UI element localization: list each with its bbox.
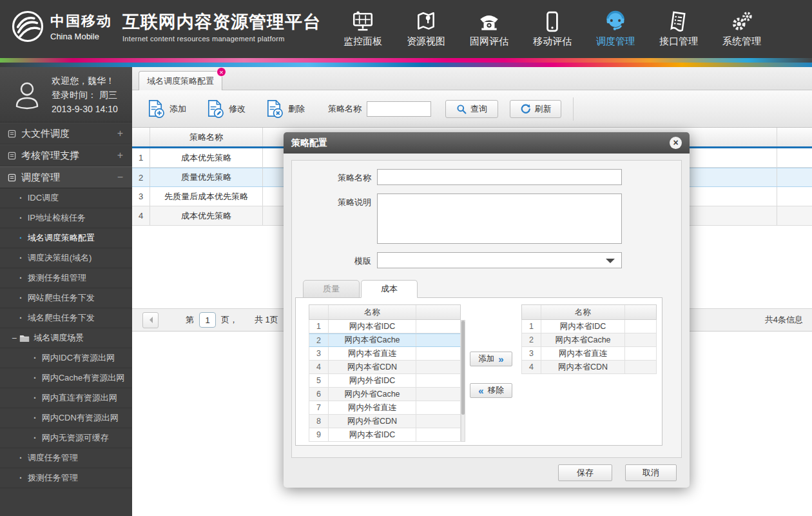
doc-icon [8, 130, 16, 138]
list-item[interactable]: 6网内外省Cache [309, 388, 461, 401]
sidebar-item-label: 拨测任务管理 [28, 472, 78, 484]
list-item[interactable]: 3网内本省直连 [521, 347, 657, 361]
sidebar-item-cdn-resource-out[interactable]: · 网内CDN有资源出网 [0, 408, 132, 428]
tab-cost[interactable]: 成本 [361, 280, 418, 298]
sidebar-item-decision-group[interactable]: · 调度决策组(域名) [0, 248, 132, 268]
row-number-cell: 1 [522, 320, 541, 333]
policy-name-cell: 成本优先策略 [150, 206, 263, 225]
collapse-icon[interactable]: − [117, 172, 123, 183]
tab-quality[interactable]: 质量 [303, 280, 360, 298]
list-item[interactable]: 5网内外省IDC [309, 374, 461, 388]
sidebar-folder-domain-scenes[interactable]: − 域名调度场景 [0, 328, 132, 348]
refresh-button[interactable]: 刷新 [510, 100, 561, 118]
list-item[interactable]: 1网内本省IDC [521, 320, 657, 333]
modify-button[interactable]: 修改 [206, 99, 246, 119]
list-item[interactable]: 9网内本省IDC [309, 428, 461, 442]
selected-resources-table: 名称 1网内本省IDC 2网内本省Cache 3网内本省直连 4网内本省CDN [521, 304, 657, 374]
add-button[interactable]: 添加 [146, 99, 186, 119]
dialog-title: 策略配置 [291, 137, 670, 149]
sidebar-item-ip-check[interactable]: · IP地址检核任务 [0, 208, 132, 228]
top-navigation: 监控面板 资源视图 固网评估 移动评估 [331, 5, 773, 48]
policy-name-cell: 成本优先策略 [150, 148, 263, 167]
policy-desc-field[interactable] [377, 194, 622, 244]
remove-from-selected-button[interactable]: « 移除 [470, 383, 512, 398]
collapse-icon[interactable]: − [12, 333, 17, 343]
sidebar-item-idc-dispatch[interactable]: · IDC调度 [0, 188, 132, 208]
dual-list-container: 名称 1网内本省IDC 2网内本省Cache 3网内本省直连 4网内本省CDN … [295, 297, 662, 446]
sidebar-group-dispatch[interactable]: 调度管理 − [0, 166, 132, 188]
sidebar-item-domain-crawler[interactable]: · 域名爬虫任务下发 [0, 308, 132, 328]
search-button[interactable]: 查询 [445, 100, 498, 118]
current-page-box[interactable]: 1 [199, 312, 216, 328]
template-field-label: 模版 [292, 252, 377, 268]
user-welcome: 欢迎您，魏华！ [52, 74, 118, 88]
doc-icon [8, 174, 16, 182]
nav-item-fixed-network[interactable]: 固网评估 [458, 5, 521, 48]
sidebar-item-dial-test-group[interactable]: · 拨测任务组管理 [0, 268, 132, 288]
add-to-selected-button[interactable]: 添加 » [470, 352, 512, 366]
sidebar-group-big-file[interactable]: 大文件调度 + [0, 123, 132, 144]
nav-label: 接口管理 [659, 35, 698, 48]
list-item-selected[interactable]: 2网内本省Cache [309, 333, 461, 347]
policy-name-input[interactable] [367, 101, 431, 117]
dialog-body: 策略名称 策略说明 模版 质量 成本 名称 [284, 154, 690, 488]
sidebar-item-label: 调度决策组(域名) [28, 252, 92, 264]
name-cell: 网内本省Cache [329, 334, 416, 346]
list-item[interactable]: 2网内本省Cache [521, 333, 657, 347]
list-item[interactable]: 4网内本省CDN [309, 361, 461, 374]
sidebar-group-assessment[interactable]: 考核管理支撑 + [0, 144, 132, 166]
name-cell: 网内本省CDN [329, 361, 416, 373]
sidebar-item-dispatch-task[interactable]: · 调度任务管理 [0, 448, 132, 468]
tab-close-icon[interactable]: × [217, 67, 226, 77]
sidebar-item-site-crawler[interactable]: · 网站爬虫任务下发 [0, 288, 132, 308]
name-cell: 网内本省CDN [541, 361, 625, 373]
policy-name-cell: 质量优先策略 [150, 168, 263, 186]
nav-item-interface-management[interactable]: 接口管理 [647, 5, 710, 48]
dialog-title-bar: 策略配置 × [284, 132, 690, 154]
empty-cell [777, 148, 812, 167]
nav-item-dispatch-management[interactable]: 调度管理 [584, 5, 647, 48]
delete-button[interactable]: 删除 [265, 99, 305, 119]
expand-icon[interactable]: + [117, 128, 123, 139]
row-number-cell: 2 [522, 333, 541, 346]
scrollbar-thumb[interactable] [461, 321, 465, 415]
list-item[interactable]: 4网内本省CDN [521, 361, 657, 374]
template-select[interactable] [377, 252, 622, 268]
list-item[interactable]: 1网内本省IDC [309, 320, 461, 333]
scrollbar-track[interactable] [461, 320, 465, 442]
login-time-label: 登录时间： 周三 [52, 88, 118, 102]
empty-cell [416, 361, 460, 373]
dialog-close-icon[interactable]: × [670, 137, 682, 149]
sidebar-item-label: 域名调度场景 [34, 332, 84, 344]
nav-item-resource-view[interactable]: 资源视图 [394, 5, 458, 48]
policy-name-field[interactable] [377, 169, 622, 185]
sidebar-item-dial-test-task[interactable]: · 拨测任务管理 [0, 468, 132, 488]
table-header-row: 名称 [309, 304, 461, 320]
nav-item-mobile-eval[interactable]: 移动评估 [521, 5, 584, 48]
nav-item-system-management[interactable]: 系统管理 [710, 5, 773, 48]
row-number-cell: 4 [522, 361, 541, 373]
sidebar-item-direct-resource-out[interactable]: · 网内直连有资源出网 [0, 388, 132, 408]
row-number-cell: 7 [309, 401, 329, 414]
sidebar-item-domain-policy-config[interactable]: · 域名调度策略配置 [0, 228, 132, 248]
bullet-icon: · [19, 453, 23, 463]
page-indicator: 第 1 页， 共 1页 [186, 312, 278, 328]
sidebar-item-idc-resource-out[interactable]: · 网内IDC有资源出网 [0, 348, 132, 368]
refresh-button-label: 刷新 [535, 103, 552, 115]
list-item[interactable]: 8网内外省CDN [309, 415, 461, 428]
row-number-cell: 9 [309, 428, 329, 441]
sidebar-item-label: 域名调度策略配置 [28, 232, 95, 244]
nav-item-monitor[interactable]: 监控面板 [331, 5, 394, 48]
cancel-button[interactable]: 取消 [625, 464, 677, 481]
list-item[interactable]: 3网内本省直连 [309, 347, 461, 361]
row-number-cell: 3 [522, 347, 541, 360]
list-item[interactable]: 7网内外省直连 [309, 401, 461, 415]
sidebar-item-no-resource-cacheable[interactable]: · 网内无资源可缓存 [0, 428, 132, 448]
sidebar-item-cache-resource-out[interactable]: · 网内Cache有资源出网 [0, 368, 132, 388]
expand-icon[interactable]: + [117, 150, 123, 161]
delete-button-label: 删除 [288, 103, 305, 115]
empty-header-cell [416, 305, 460, 319]
tab-domain-policy-config[interactable]: 域名调度策略配置 × [139, 71, 222, 91]
prev-page-button[interactable] [142, 312, 159, 328]
save-button[interactable]: 保存 [558, 464, 612, 481]
